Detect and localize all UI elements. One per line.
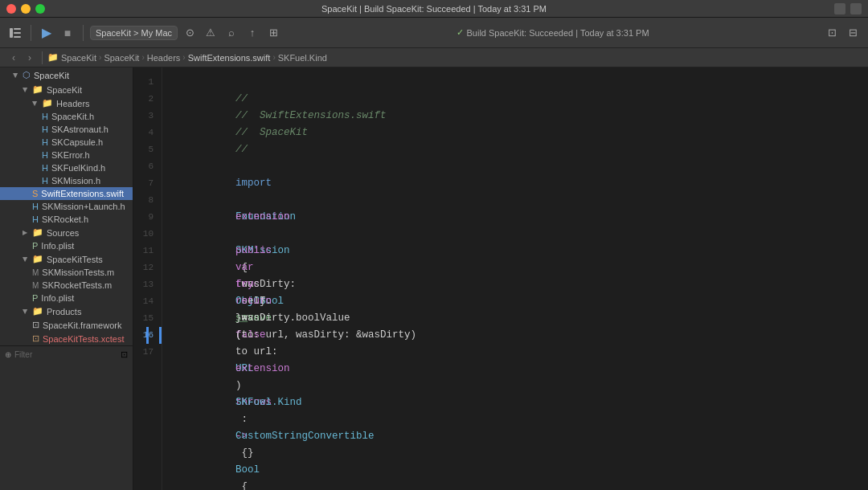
line-num-12: 12: [133, 259, 157, 276]
line-num-15: 15: [133, 310, 157, 327]
sidebar-item-spacekitframework[interactable]: ⊡ SpaceKit.framework: [0, 318, 133, 332]
h-file-icon: H: [32, 214, 39, 224]
code-editor[interactable]: 1 2 3 4 5 6 7 8 9 10 11 12 13 14 15 16 1…: [133, 67, 868, 490]
sidebar-label-sources: Sources: [47, 228, 79, 238]
folder-icon: 📁: [32, 227, 43, 238]
stop-button[interactable]: ■: [59, 24, 76, 42]
sidebar-item-skastronauth[interactable]: H SKAstronaut.h: [0, 123, 133, 136]
sidebar-options-icon[interactable]: ⊡: [121, 349, 128, 360]
m-file-icon: M: [32, 281, 39, 290]
framework-file-icon: ⊡: [32, 320, 39, 330]
line-num-9: 9: [133, 209, 157, 226]
sidebar-item-spacekittests[interactable]: ▶ 📁 SpaceKitTests: [0, 252, 133, 266]
close-button[interactable]: [6, 4, 16, 14]
sidebar-item-swiftextensions[interactable]: S SwiftExtensions.swift: [0, 187, 133, 200]
breadcrumb-headers[interactable]: Headers: [147, 53, 181, 63]
scheme-selector[interactable]: SpaceKit > My Mac: [90, 26, 178, 40]
sidebar-label-headers: Headers: [56, 99, 90, 108]
sidebar-label-infoplist2: Info.plist: [41, 293, 74, 303]
line-16-indicator: [159, 327, 162, 344]
maximize-button[interactable]: [35, 4, 45, 14]
sidebar-item-products[interactable]: ▶ 📁 Products: [0, 304, 133, 318]
line-num-16: 16: [133, 327, 157, 344]
line-num-7: 7: [133, 175, 157, 192]
title-text: SpaceKit | Build SpaceKit: Succeeded | T…: [321, 4, 547, 14]
sidebar-item-spacekit-h[interactable]: H SpaceKit.h: [0, 110, 133, 123]
sp: [235, 380, 242, 391]
build-status: ✓ Build SpaceKit: Succeeded | Today at 3…: [457, 27, 649, 38]
sidebar-item-skmissionh[interactable]: H SKMission.h: [0, 174, 133, 187]
breadcrumb-sep-2: ›: [141, 53, 144, 62]
breadcrumb-spacekit-root[interactable]: 📁 SpaceKit: [47, 52, 96, 63]
svg-rect-0: [10, 28, 13, 38]
titlebar: SpaceKit | Build SpaceKit: Succeeded | T…: [0, 0, 868, 18]
minimize-button[interactable]: [21, 4, 31, 14]
brace-14: }: [235, 312, 242, 324]
sp: wasDirty.boolValue: [235, 312, 350, 324]
code-line-16: extension SKFuel.Kind : CustomStringConv…: [175, 327, 855, 344]
breadcrumb-sep-4: ›: [272, 53, 275, 62]
nav-forward-button[interactable]: ›: [23, 51, 37, 65]
line-num-3: 3: [133, 108, 157, 125]
breakpoint-button[interactable]: ⊙: [181, 24, 199, 42]
sidebar-item-spacekit-group[interactable]: ▶ 📁 SpaceKit: [0, 83, 133, 96]
h-file-icon: H: [42, 112, 48, 121]
sidebar-item-infoplist1[interactable]: P Info.plist: [0, 239, 133, 252]
folder-icon: 📁: [32, 254, 43, 264]
sidebar-toggle-button[interactable]: [6, 24, 24, 42]
disclosure-icon: ▶: [22, 257, 29, 262]
sidebar-item-skrocketh[interactable]: H SKRocket.h: [0, 213, 133, 226]
build-status-text: Build SpaceKit: Succeeded | Today at 3:3…: [467, 28, 649, 38]
sidebar-item-spacekittestsxctest[interactable]: ⊡ SpaceKitTests.xctest: [0, 332, 133, 345]
git-button[interactable]: ↑: [244, 24, 261, 42]
inspector-toggle-button[interactable]: ⊡: [823, 24, 841, 42]
disclosure-icon: ▶: [23, 229, 27, 236]
nav-back-button[interactable]: ‹: [6, 51, 21, 65]
warning-button[interactable]: ⚠: [202, 24, 219, 42]
run-button[interactable]: ▶: [38, 24, 55, 42]
line-num-1: 1: [133, 74, 157, 91]
comment-4: //: [235, 144, 248, 155]
sidebar-item-infoplist2[interactable]: P Info.plist: [0, 292, 133, 304]
sidebar-item-skcapsuled[interactable]: H SKCapsule.h: [0, 136, 133, 149]
breadcrumb-symbol[interactable]: SKFuel.Kind: [278, 53, 327, 63]
fullscreen-button[interactable]: [850, 3, 862, 14]
type-skfuelkind: SKFuel.Kind: [235, 397, 302, 408]
toolbar: ▶ ■ SpaceKit > My Mac ⊙ ⚠ ⌕ ↑ ⊞ ✓ Build …: [0, 18, 868, 48]
sidebar-label-spacekittests: SpaceKitTests: [47, 255, 103, 264]
checkmark-icon: ✓: [457, 27, 464, 38]
kw-extension-2: extension: [235, 363, 290, 374]
sidebar-item-skerrorh[interactable]: H SKError.h: [0, 149, 133, 161]
split-editor-button[interactable]: [834, 3, 845, 14]
code-line-7: [175, 175, 855, 192]
indent-9: [235, 228, 260, 239]
assistant-button[interactable]: ⊞: [264, 24, 282, 42]
indent-13: }: [235, 296, 266, 307]
sidebar-item-skfuelkindh[interactable]: H SKFuelKind.h: [0, 161, 133, 174]
swift-file-icon: S: [32, 189, 38, 198]
titlebar-title: SpaceKit | Build SpaceKit: Succeeded | T…: [321, 4, 547, 14]
main-area: ▶ ⬡ SpaceKit ▶ 📁 SpaceKit ▶ 📁 Headers H …: [0, 67, 868, 490]
sidebar-item-skmissiontests[interactable]: M SKMissionTests.m: [0, 266, 133, 279]
sidebar-label-spacekit-group: SpaceKit: [47, 85, 82, 95]
line-num-2: 2: [133, 91, 157, 108]
sidebar-item-spacekit-root[interactable]: ▶ ⬡ SpaceKit: [0, 67, 133, 83]
search-button[interactable]: ⌕: [223, 24, 240, 42]
sidebar-label-products: Products: [47, 307, 81, 316]
breadcrumb-spacekit-group[interactable]: SpaceKit: [104, 53, 139, 63]
breadcrumb-file[interactable]: SwiftExtensions.swift: [188, 53, 271, 63]
breadcrumb-label-5: SKFuel.Kind: [278, 53, 327, 63]
nav-sep: [42, 51, 43, 64]
sp: :: [235, 414, 254, 425]
layout-button[interactable]: ⊟: [844, 24, 862, 42]
disclosure-icon: ▶: [12, 73, 19, 78]
sidebar-item-skrockettests[interactable]: M SKRocketTests.m: [0, 279, 133, 292]
sidebar-item-headers[interactable]: ▶ 📁 Headers: [0, 96, 133, 110]
param-to: to url:: [235, 346, 284, 357]
breadcrumb-bar: ‹ › 📁 SpaceKit › SpaceKit › Headers › Sw…: [0, 48, 868, 67]
filter-label: Filter: [14, 350, 32, 359]
sidebar-item-skmissionlaunch[interactable]: H SKMission+Launch.h: [0, 200, 133, 213]
sidebar-bottom-bar: ⊕ Filter ⊡: [0, 345, 133, 363]
code-content: // // SwiftExtensions.swift // SpaceKit …: [162, 67, 868, 490]
sidebar-item-sources[interactable]: ▶ 📁 Sources: [0, 226, 133, 239]
